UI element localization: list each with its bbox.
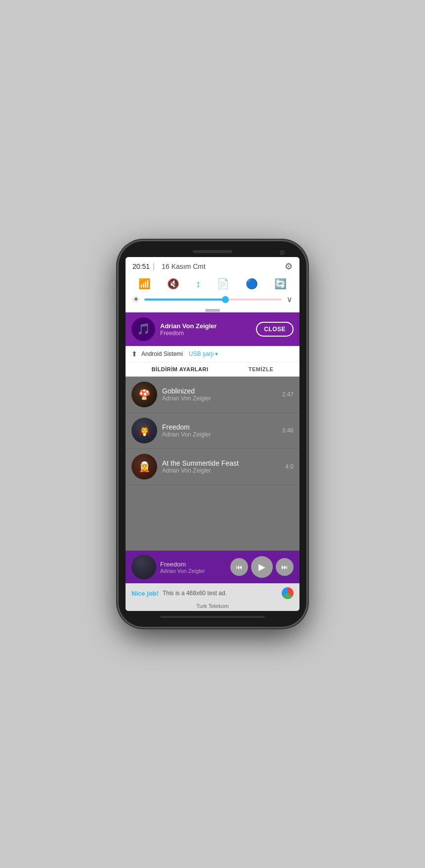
player-bar: Freedom Adrian Von Zeigler ⏮ ▶ ⏭ <box>126 551 299 583</box>
ad-nice-label: Nice job! <box>131 590 159 597</box>
mute-icon[interactable]: 🔇 <box>167 278 179 290</box>
song-artist: Adrian Von Zeigler <box>162 431 277 438</box>
song-duration: 2:47 <box>282 391 294 398</box>
notification-actions: BİLDİRİM AYARLARI TEMİZLE <box>126 362 299 377</box>
phone-speaker <box>193 250 232 253</box>
list-item[interactable]: 🍄 Goblinized Adrian Von Zeigler 2:47 <box>126 377 299 413</box>
usb-notification: ⬆ Android Sistemi USB şarjı ▾ <box>126 346 299 362</box>
fast-forward-button[interactable]: ⏭ <box>276 558 294 576</box>
music-notification-title: Adrian Von Zeigler <box>160 322 251 330</box>
music-notification-subtitle: Freedom <box>160 330 251 337</box>
sync-icon[interactable]: 🔄 <box>274 278 287 290</box>
song-thumbnail-freedom: 🧛 <box>131 418 157 443</box>
file-icon[interactable]: 📄 <box>217 278 229 290</box>
data-transfer-icon[interactable]: ↕ <box>196 278 201 290</box>
freedom-art: 🧛 <box>131 418 157 443</box>
ad-banner: Nice job! This is a 468x60 test ad. <box>126 583 299 603</box>
carrier-name: Turk Telekom <box>196 603 228 609</box>
player-controls: ⏮ ▶ ⏭ <box>230 556 294 578</box>
player-thumbnail <box>131 555 156 579</box>
bluetooth-icon[interactable]: 🔵 <box>246 278 258 290</box>
quick-settings-bar: 📶 🔇 ↕ 📄 🔵 🔄 <box>126 275 299 293</box>
drag-handle <box>126 308 299 312</box>
phone-home-button[interactable] <box>160 616 264 618</box>
song-artist: Adrian Von Zeigler <box>162 467 280 474</box>
phone-camera <box>280 250 285 255</box>
song-title: Goblinized <box>162 387 277 395</box>
player-info: Freedom Adrian Von Zeigler <box>160 561 226 574</box>
song-artist: Adrian Von Zeigler <box>162 395 277 402</box>
song-duration: 3:46 <box>282 427 294 434</box>
music-notification: 🎵 Adrian Von Zeigler Freedom CLOSE <box>126 312 299 346</box>
summertide-art: 🧝 <box>131 454 157 479</box>
gear-icon[interactable]: ⚙ <box>285 261 293 272</box>
song-info-summertide: At the Summertide Feast Adrian Von Zeigl… <box>162 459 280 474</box>
phone-device: 20:51 | 16 Kasım Cmt ⚙ 📶 🔇 ↕ 📄 🔵 🔄 ☀ ∨ <box>119 241 306 627</box>
player-title: Freedom <box>160 561 226 568</box>
status-date: 16 Kasım Cmt <box>162 262 206 270</box>
drag-lines <box>205 309 220 310</box>
usb-dropdown[interactable]: USB şarjı ▾ <box>189 350 218 357</box>
phone-screen: 20:51 | 16 Kasım Cmt ⚙ 📶 🔇 ↕ 📄 🔵 🔄 ☀ ∨ <box>126 257 299 611</box>
goblinized-art: 🍄 <box>131 382 157 407</box>
music-info: Adrian Von Zeigler Freedom <box>160 322 251 337</box>
status-time: 20:51 <box>132 262 150 270</box>
song-title: Freedom <box>162 423 277 431</box>
brightness-icon: ☀ <box>132 295 139 304</box>
usb-chevron-icon: ▾ <box>215 350 218 357</box>
music-avatar: 🎵 <box>131 317 155 341</box>
ad-text: This is a 468x60 test ad. <box>163 590 227 597</box>
usb-system-label: Android Sistemi <box>141 350 183 357</box>
notification-settings-button[interactable]: BİLDİRİM AYARLARI <box>152 366 209 372</box>
player-artist: Adrian Von Zeigler <box>160 568 226 574</box>
list-item[interactable]: 🧛 Freedom Adrian Von Zeigler 3:46 <box>126 413 299 449</box>
chevron-down-icon[interactable]: ∨ <box>287 295 293 304</box>
song-thumbnail-summertide: 🧝 <box>131 454 157 479</box>
rewind-button[interactable]: ⏮ <box>230 558 248 576</box>
brightness-thumb[interactable] <box>222 296 229 303</box>
status-bar: 20:51 | 16 Kasım Cmt ⚙ <box>126 257 299 275</box>
song-title: At the Summertide Feast <box>162 459 280 467</box>
carrier-bar: Turk Telekom <box>126 603 299 611</box>
phone-top-bar <box>126 250 299 253</box>
list-item[interactable]: 🧝 At the Summertide Feast Adrian Von Zei… <box>126 449 299 485</box>
song-thumbnail-goblinized: 🍄 <box>131 382 157 407</box>
close-button[interactable]: CLOSE <box>256 322 294 337</box>
usb-mode-label: USB şarjı <box>189 350 214 357</box>
usb-icon: ⬆ <box>131 350 137 358</box>
brightness-slider[interactable] <box>144 299 282 301</box>
wifi-icon[interactable]: 📶 <box>138 278 151 290</box>
song-duration: 4:0 <box>285 463 294 470</box>
status-separator: | <box>153 262 155 271</box>
brightness-row: ☀ ∨ <box>126 293 299 308</box>
play-button[interactable]: ▶ <box>251 556 273 578</box>
notification-clear-button[interactable]: TEMİZLE <box>249 366 274 372</box>
ad-logo-icon <box>282 587 294 599</box>
song-info-goblinized: Goblinized Adrian Von Zeigler <box>162 387 277 402</box>
song-list: 🍄 Goblinized Adrian Von Zeigler 2:47 🧛 F… <box>126 377 299 551</box>
song-info-freedom: Freedom Adrian Von Zeigler <box>162 423 277 438</box>
